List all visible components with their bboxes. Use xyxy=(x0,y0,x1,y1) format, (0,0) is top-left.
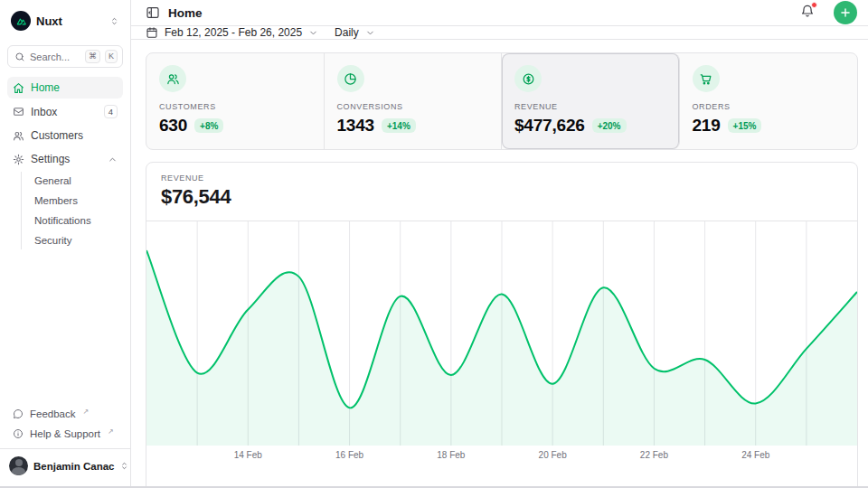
stat-label: CUSTOMERS xyxy=(159,102,311,111)
stat-delta-badge: +20% xyxy=(592,118,627,133)
sidebar-footer: Feedback ↗ Help & Support ↗ xyxy=(7,405,123,448)
sidebar-item-customers[interactable]: Customers xyxy=(7,125,123,146)
revenue-chart-card: REVENUE $76,544 14 Feb16 Feb18 Feb20 Feb… xyxy=(146,162,858,488)
date-range-label: Feb 12, 2025 - Feb 26, 2025 xyxy=(165,26,302,39)
stat-value: 1343 xyxy=(337,116,374,136)
stat-delta-badge: +14% xyxy=(382,118,416,133)
x-axis-tick-label: 22 Feb xyxy=(640,450,668,460)
search-icon xyxy=(14,52,25,62)
team-name: Nuxt xyxy=(36,14,104,28)
users-icon xyxy=(159,65,186,92)
granularity-label: Daily xyxy=(335,26,359,39)
search-input[interactable]: Search... ⌘ K xyxy=(7,45,123,68)
x-axis-tick-label: 18 Feb xyxy=(437,450,465,460)
inbox-icon xyxy=(13,106,24,117)
stat-label: REVENUE xyxy=(514,102,666,111)
sidebar: Nuxt Search... ⌘ K Home xyxy=(0,0,131,488)
help-support-link[interactable]: Help & Support ↗ xyxy=(7,425,123,443)
user-menu[interactable]: Benjamin Canac xyxy=(0,448,130,481)
filters-toolbar: Feb 12, 2025 - Feb 26, 2025 Daily xyxy=(131,26,868,40)
revenue-area-chart[interactable] xyxy=(146,221,857,446)
x-axis-tick-label: 20 Feb xyxy=(539,450,567,460)
x-axis-tick-label: 14 Feb xyxy=(234,450,262,460)
users-icon xyxy=(13,130,24,142)
stat-delta-badge: +8% xyxy=(194,118,223,133)
chevron-expand-icon xyxy=(119,461,129,471)
home-icon xyxy=(13,82,24,94)
area-chart-svg xyxy=(146,221,857,446)
feedback-link[interactable]: Feedback ↗ xyxy=(7,405,123,423)
chart-metric-label: REVENUE xyxy=(161,174,843,183)
plus-icon xyxy=(839,6,852,19)
stat-label: ORDERS xyxy=(693,102,845,111)
add-button[interactable] xyxy=(834,1,857,24)
team-switcher[interactable]: Nuxt xyxy=(7,7,123,34)
kbd-k: K xyxy=(105,50,118,63)
inbox-count-badge: 4 xyxy=(104,105,118,118)
info-circle-icon xyxy=(13,428,24,439)
external-link-icon: ↗ xyxy=(83,408,90,416)
stat-value: $477,626 xyxy=(514,116,585,136)
external-link-icon: ↗ xyxy=(108,427,114,436)
main-area: Home Feb 12, 2025 - Feb 26, 2025 xyxy=(131,0,868,488)
search-placeholder: Search... xyxy=(30,52,80,62)
dashboard-content: CUSTOMERS 630 +8% CONVERSIONS 1343 +14% xyxy=(131,40,868,488)
chart-header: REVENUE $76,544 xyxy=(146,163,857,221)
sidebar-item-label: Home xyxy=(31,81,118,94)
x-axis-labels: 14 Feb16 Feb18 Feb20 Feb22 Feb24 Feb xyxy=(146,446,857,467)
chevron-down-icon xyxy=(308,28,318,38)
sidebar-subitem-notifications[interactable]: Notifications xyxy=(33,211,123,230)
granularity-select[interactable]: Daily xyxy=(335,26,375,39)
sidebar-spacer xyxy=(7,249,123,405)
sidebar-item-settings[interactable]: Settings xyxy=(7,148,123,170)
stat-value: 219 xyxy=(693,116,721,136)
stat-card-revenue[interactable]: REVENUE $477,626 +20% xyxy=(502,53,680,149)
stat-card-orders[interactable]: ORDERS 219 +15% xyxy=(680,53,858,149)
stat-card-conversions[interactable]: CONVERSIONS 1343 +14% xyxy=(325,53,503,149)
stat-value: 630 xyxy=(159,116,187,136)
notifications-button[interactable] xyxy=(797,0,818,25)
sidebar-subitem-members[interactable]: Members xyxy=(33,192,123,210)
chevron-expand-icon xyxy=(109,16,119,26)
sidebar-nav: Home Inbox 4 Customers Settings xyxy=(7,77,123,249)
stats-row: CUSTOMERS 630 +8% CONVERSIONS 1343 +14% xyxy=(146,52,858,150)
sidebar-subitem-security[interactable]: Security xyxy=(33,231,123,249)
page-title: Home xyxy=(168,6,203,20)
kbd-meta: ⌘ xyxy=(85,50,100,63)
date-range-picker[interactable]: Feb 12, 2025 - Feb 26, 2025 xyxy=(146,26,318,39)
sidebar-item-home[interactable]: Home xyxy=(7,77,123,99)
sidebar-item-label: Settings xyxy=(31,153,101,165)
stat-card-customers[interactable]: CUSTOMERS 630 +8% xyxy=(146,53,325,149)
cart-icon xyxy=(693,65,720,92)
stat-delta-badge: +15% xyxy=(728,118,762,133)
feedback-label: Feedback xyxy=(30,408,76,419)
chevron-up-icon xyxy=(108,155,118,164)
chat-bubble-icon xyxy=(13,408,24,419)
chart-metric-value: $76,544 xyxy=(161,185,843,209)
settings-submenu: General Members Notifications Security xyxy=(21,172,123,249)
x-axis-tick-label: 16 Feb xyxy=(335,450,363,460)
stat-label: CONVERSIONS xyxy=(337,102,489,111)
nuxt-logo-icon xyxy=(11,11,31,31)
x-axis-tick-label: 24 Feb xyxy=(741,450,769,460)
app-window: Nuxt Search... ⌘ K Home xyxy=(0,0,868,488)
calendar-icon xyxy=(146,26,158,39)
user-name: Benjamin Canac xyxy=(33,461,114,472)
sidebar-subitem-general[interactable]: General xyxy=(33,172,123,190)
sidebar-item-inbox[interactable]: Inbox 4 xyxy=(7,100,123,123)
gear-icon xyxy=(13,154,24,165)
dollar-circle-icon xyxy=(514,65,542,92)
page-header: Home xyxy=(131,0,868,26)
sidebar-item-label: Inbox xyxy=(31,106,98,118)
sidebar-item-label: Customers xyxy=(31,129,118,142)
pie-chart-icon xyxy=(337,65,364,92)
panel-left-collapse-icon[interactable] xyxy=(146,5,160,20)
help-support-label: Help & Support xyxy=(30,428,100,439)
avatar xyxy=(9,456,28,475)
notification-dot xyxy=(811,2,817,8)
chevron-down-icon xyxy=(365,28,375,38)
